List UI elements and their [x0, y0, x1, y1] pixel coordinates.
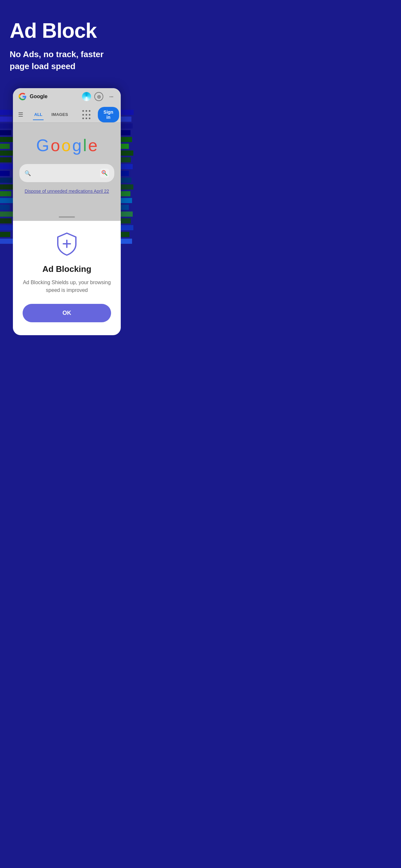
google-g-logo [18, 92, 27, 101]
browser-content: G o o g l e 🔍 [13, 123, 121, 213]
app-subtitle: No Ads, no track, faster page load speed [10, 49, 113, 72]
ok-button[interactable]: OK [23, 304, 111, 322]
search-icon: 🔍 [25, 170, 31, 176]
browser-mockup: Google ⊕ ··· ☰ ALL IMAGES [13, 88, 121, 221]
svg-point-2 [103, 172, 104, 173]
card-description: Ad Blocking Shields up, your browsing sp… [23, 279, 111, 294]
google-logo: G o o g l e [36, 135, 97, 155]
browser-bar: Google ⊕ ··· [13, 88, 121, 105]
browser-bar-right: ⊕ ··· [82, 92, 116, 101]
card-section: Ad Blocking Ad Blocking Shields up, your… [13, 221, 121, 335]
google-logo-g2: g [72, 136, 82, 155]
page-wrapper: Ad Block No Ads, no track, faster page l… [0, 0, 134, 335]
browser-tab-title: Google [30, 94, 48, 99]
google-logo-g: G [36, 136, 49, 155]
app-title: Ad Block [10, 20, 124, 42]
tab-images[interactable]: IMAGES [50, 110, 69, 120]
header-section: Ad Block No Ads, no track, faster page l… [0, 0, 134, 82]
tab-all[interactable]: ALL [33, 110, 43, 120]
ad-block-shield-icon [54, 230, 80, 256]
trending-link[interactable]: Dispose of unneeded medications April 22 [25, 189, 109, 194]
google-logo-o2: o [61, 136, 71, 155]
handle [59, 216, 75, 218]
handle-bar [13, 213, 121, 221]
avast-icon[interactable] [82, 92, 91, 101]
apps-grid-icon[interactable] [82, 110, 91, 120]
google-logo-l: l [83, 136, 87, 155]
google-logo-e: e [88, 136, 97, 155]
google-logo-o1: o [51, 136, 60, 155]
browser-bar-left: Google [18, 92, 48, 101]
nav-tabs: ☰ ALL IMAGES Sign in [13, 105, 121, 123]
search-bar[interactable]: 🔍 [19, 164, 114, 182]
shield-icon-container [54, 230, 80, 258]
shield-plus-icon[interactable]: ⊕ [94, 92, 103, 101]
more-options-icon[interactable]: ··· [106, 92, 116, 101]
hamburger-menu-icon[interactable]: ☰ [18, 111, 23, 118]
sign-in-button[interactable]: Sign in [98, 107, 119, 122]
card-title: Ad Blocking [42, 264, 91, 274]
lens-icon[interactable] [100, 168, 109, 178]
